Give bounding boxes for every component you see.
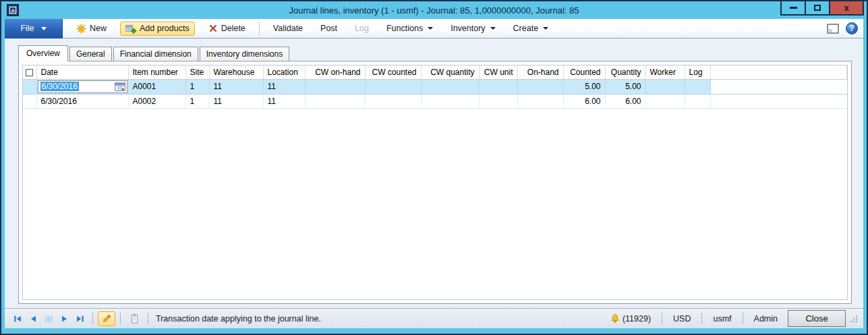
table-row[interactable]: 6/30/2016 A0002 1 11 11 6.00 6.00 <box>23 94 847 108</box>
site-cell[interactable]: 1 <box>185 79 209 94</box>
grid-view-icon <box>44 314 54 324</box>
user-field[interactable]: Admin <box>748 314 784 324</box>
warehouse-cell[interactable]: 11 <box>209 79 263 94</box>
titlebar[interactable]: Journal lines, inventory (1 - usmf) - Jo… <box>1 1 867 19</box>
calendar-picker-button[interactable] <box>113 81 127 93</box>
layout-pane-icon[interactable] <box>827 24 839 34</box>
cw-quantity-cell[interactable] <box>421 79 479 94</box>
col-header-on-hand[interactable]: On-hand <box>517 66 563 79</box>
functions-menu[interactable]: Functions <box>382 22 437 35</box>
cw-unit-cell[interactable] <box>479 94 517 108</box>
tab-general[interactable]: General <box>69 47 112 61</box>
close-button[interactable]: Close <box>788 310 846 327</box>
select-all-checkbox[interactable] <box>26 69 33 76</box>
select-all-header[interactable] <box>23 66 36 79</box>
row-selector-cell[interactable] <box>23 94 36 108</box>
file-menu-button[interactable]: File <box>5 19 63 38</box>
col-header-item-number[interactable]: Item number <box>128 66 185 79</box>
counted-cell[interactable]: 6.00 <box>563 94 605 108</box>
notification-bell-icon[interactable] <box>610 313 620 324</box>
last-record-button[interactable] <box>74 313 86 324</box>
cw-on-hand-cell[interactable] <box>305 94 365 108</box>
date-cell[interactable]: 6/30/2016 <box>36 94 128 108</box>
cw-unit-cell[interactable] <box>479 79 517 94</box>
item-number-cell[interactable]: A0001 <box>128 79 185 94</box>
col-header-cw-on-hand[interactable]: CW on-hand <box>305 66 365 79</box>
col-header-location[interactable]: Location <box>263 66 305 79</box>
help-icon[interactable]: ? <box>846 22 858 34</box>
statusbar-separator <box>743 313 743 324</box>
col-header-date[interactable]: Date <box>36 66 128 79</box>
maximize-button[interactable] <box>805 1 830 16</box>
content-area: Overview General Financial dimension Inv… <box>5 38 863 308</box>
col-header-cw-quantity[interactable]: CW quantity <box>421 66 479 79</box>
company-field[interactable]: usmf <box>707 314 737 324</box>
col-header-worker[interactable]: Worker <box>645 66 685 79</box>
location-cell[interactable]: 11 <box>263 94 305 108</box>
currency-field[interactable]: USD <box>667 314 697 324</box>
date-input[interactable]: 6/30/2016 <box>38 80 127 93</box>
col-header-filler <box>710 66 847 79</box>
col-header-log[interactable]: Log <box>685 66 710 79</box>
add-products-icon <box>125 24 136 34</box>
item-number-cell[interactable]: A0002 <box>128 94 185 108</box>
col-header-quantity[interactable]: Quantity <box>605 66 645 79</box>
cw-on-hand-cell[interactable] <box>305 79 365 94</box>
functions-label: Functions <box>386 24 423 33</box>
notification-count[interactable]: (11929) <box>620 314 657 324</box>
minimize-button[interactable] <box>780 1 806 16</box>
tab-inventory-dimensions[interactable]: Inventory dimensions <box>200 47 289 61</box>
warehouse-cell[interactable]: 11 <box>209 94 263 108</box>
create-menu[interactable]: Create <box>509 22 553 35</box>
worker-cell[interactable] <box>645 79 685 94</box>
add-products-button[interactable]: Add products <box>120 22 195 36</box>
validate-button[interactable]: Validate <box>269 22 307 35</box>
cw-counted-cell[interactable] <box>365 94 421 108</box>
new-button[interactable]: New <box>72 22 111 36</box>
counted-cell[interactable]: 5.00 <box>563 79 605 94</box>
chevron-down-icon <box>41 27 47 30</box>
inventory-menu[interactable]: Inventory <box>446 22 499 35</box>
grid-view-button[interactable] <box>43 313 55 324</box>
chevron-down-icon <box>428 27 433 30</box>
previous-record-button[interactable] <box>28 313 39 324</box>
new-button-label: New <box>90 24 107 33</box>
cw-counted-cell[interactable] <box>365 79 421 94</box>
worker-cell[interactable] <box>645 94 685 108</box>
last-record-icon <box>75 314 85 324</box>
col-header-warehouse[interactable]: Warehouse <box>209 66 263 79</box>
on-hand-cell[interactable] <box>517 94 563 108</box>
next-record-button[interactable] <box>59 313 70 324</box>
edit-mode-button[interactable] <box>98 311 115 326</box>
resize-grip[interactable] <box>850 315 858 323</box>
statusbar: Transaction date applying to the journal… <box>5 308 863 328</box>
site-cell[interactable]: 1 <box>185 94 209 108</box>
quantity-cell[interactable]: 5.00 <box>605 79 645 94</box>
create-label: Create <box>513 24 539 33</box>
on-hand-cell[interactable] <box>517 79 563 94</box>
row-selector-cell[interactable] <box>23 79 36 94</box>
tab-financial-dimension[interactable]: Financial dimension <box>113 47 198 61</box>
chevron-down-icon <box>543 27 548 30</box>
date-cell-editing[interactable]: 6/30/2016 <box>36 79 128 94</box>
first-record-button[interactable] <box>12 313 24 324</box>
log-cell[interactable] <box>685 94 710 108</box>
tab-overview[interactable]: Overview <box>18 45 68 61</box>
col-header-site[interactable]: Site <box>185 66 209 79</box>
calendar-icon <box>115 82 125 91</box>
clipboard-button[interactable] <box>125 311 143 326</box>
location-cell[interactable]: 11 <box>263 79 305 94</box>
quantity-cell[interactable]: 6.00 <box>605 94 645 108</box>
delete-button[interactable]: Delete <box>204 22 250 35</box>
statusbar-separator <box>662 313 662 324</box>
delete-x-icon <box>208 24 218 33</box>
statusbar-separator <box>148 313 148 324</box>
table-row[interactable]: 6/30/2016 <box>23 79 847 94</box>
col-header-cw-counted[interactable]: CW counted <box>365 66 421 79</box>
cw-quantity-cell[interactable] <box>421 94 479 108</box>
col-header-cw-unit[interactable]: CW unit <box>479 66 517 79</box>
col-header-counted[interactable]: Counted <box>563 66 605 79</box>
post-button[interactable]: Post <box>316 22 341 35</box>
close-window-button[interactable]: x <box>829 1 864 16</box>
log-cell[interactable] <box>685 79 710 94</box>
